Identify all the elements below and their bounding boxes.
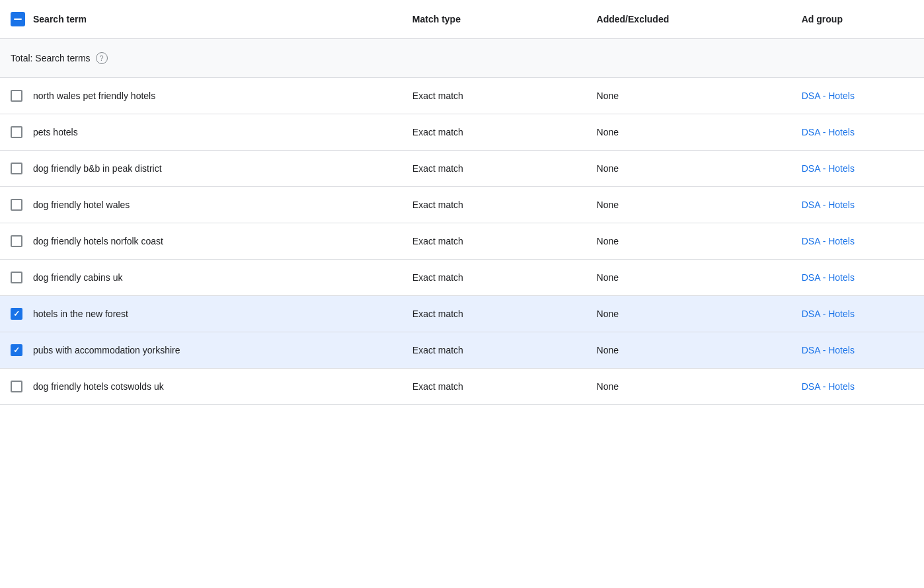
- match-type-header: Match type: [402, 0, 586, 39]
- search-term-cell: ✓hotels in the new forest: [0, 296, 402, 332]
- table-row: dog friendly hotel walesExact matchNoneD…: [0, 187, 924, 223]
- ad-group-link[interactable]: DSA - Hotels: [802, 236, 855, 246]
- search-term-cell: ✓pubs with accommodation yorkshire: [0, 332, 402, 369]
- row-checkbox[interactable]: [11, 163, 22, 174]
- table-row: dog friendly hotels norfolk coastExact m…: [0, 223, 924, 260]
- search-term-cell: north wales pet friendly hotels: [0, 78, 402, 114]
- added-excluded-label: Added/Excluded: [597, 14, 670, 24]
- table-row: ✓hotels in the new forestExact matchNone…: [0, 296, 924, 332]
- row-checkbox[interactable]: ✓: [11, 344, 22, 356]
- added-excluded-cell: None: [586, 296, 791, 332]
- ad-group-cell: DSA - Hotels: [791, 332, 924, 369]
- table-header: Search term Match type Added/Excluded Ad…: [0, 0, 924, 39]
- total-match-type: [402, 39, 586, 78]
- added-excluded-cell: None: [586, 78, 791, 114]
- total-cell: Total: Search terms ?: [0, 39, 402, 78]
- match-type-cell: Exact match: [402, 296, 586, 332]
- added-excluded-cell: None: [586, 187, 791, 223]
- ad-group-link[interactable]: DSA - Hotels: [802, 163, 855, 174]
- match-type-cell: Exact match: [402, 187, 586, 223]
- search-term-text: hotels in the new forest: [33, 309, 128, 319]
- search-term-cell: dog friendly cabins uk: [0, 260, 402, 296]
- ad-group-label: Ad group: [802, 14, 843, 24]
- ad-group-link[interactable]: DSA - Hotels: [802, 200, 855, 210]
- search-term-text: dog friendly hotels norfolk coast: [33, 236, 163, 246]
- row-checkbox[interactable]: [11, 235, 22, 247]
- added-excluded-cell: None: [586, 151, 791, 187]
- minus-icon: [14, 18, 22, 20]
- search-term-header: Search term: [0, 0, 402, 39]
- search-term-label: Search term: [33, 14, 87, 24]
- total-label-text: Total: Search terms: [11, 53, 91, 63]
- added-excluded-cell: None: [586, 223, 791, 260]
- ad-group-link[interactable]: DSA - Hotels: [802, 309, 855, 319]
- ad-group-cell: DSA - Hotels: [791, 151, 924, 187]
- search-term-text: dog friendly hotels cotswolds uk: [33, 381, 164, 392]
- match-type-label: Match type: [412, 14, 461, 24]
- ad-group-link[interactable]: DSA - Hotels: [802, 381, 855, 392]
- search-term-cell: pets hotels: [0, 114, 402, 151]
- ad-group-link[interactable]: DSA - Hotels: [802, 91, 855, 101]
- row-checkbox[interactable]: [11, 381, 22, 392]
- ad-group-cell: DSA - Hotels: [791, 296, 924, 332]
- row-checkbox[interactable]: [11, 272, 22, 283]
- match-type-cell: Exact match: [402, 151, 586, 187]
- search-term-cell: dog friendly hotels cotswolds uk: [0, 369, 402, 405]
- match-type-cell: Exact match: [402, 223, 586, 260]
- select-all-button[interactable]: [11, 12, 25, 26]
- match-type-cell: Exact match: [402, 369, 586, 405]
- added-excluded-cell: None: [586, 332, 791, 369]
- ad-group-cell: DSA - Hotels: [791, 114, 924, 151]
- match-type-cell: Exact match: [402, 78, 586, 114]
- checkmark-icon: ✓: [13, 310, 20, 318]
- match-type-cell: Exact match: [402, 114, 586, 151]
- match-type-cell: Exact match: [402, 332, 586, 369]
- row-checkbox[interactable]: [11, 90, 22, 102]
- ad-group-cell: DSA - Hotels: [791, 223, 924, 260]
- ad-group-link[interactable]: DSA - Hotels: [802, 345, 855, 355]
- added-excluded-cell: None: [586, 260, 791, 296]
- added-excluded-header: Added/Excluded: [586, 0, 791, 39]
- total-row: Total: Search terms ?: [0, 39, 924, 78]
- ad-group-cell: DSA - Hotels: [791, 369, 924, 405]
- ad-group-cell: DSA - Hotels: [791, 187, 924, 223]
- search-term-text: dog friendly b&b in peak district: [33, 163, 162, 174]
- search-term-text: dog friendly hotel wales: [33, 200, 130, 210]
- added-excluded-cell: None: [586, 114, 791, 151]
- help-icon[interactable]: ?: [96, 52, 108, 64]
- table-row: dog friendly cabins ukExact matchNoneDSA…: [0, 260, 924, 296]
- search-term-text: pets hotels: [33, 127, 78, 137]
- search-term-cell: dog friendly hotel wales: [0, 187, 402, 223]
- search-term-cell: dog friendly b&b in peak district: [0, 151, 402, 187]
- total-added-excluded: [586, 39, 791, 78]
- table-row: north wales pet friendly hotelsExact mat…: [0, 78, 924, 114]
- search-term-text: dog friendly cabins uk: [33, 272, 122, 283]
- table-row: ✓pubs with accommodation yorkshireExact …: [0, 332, 924, 369]
- total-ad-group: [791, 39, 924, 78]
- search-term-text: north wales pet friendly hotels: [33, 91, 155, 101]
- ad-group-cell: DSA - Hotels: [791, 78, 924, 114]
- match-type-cell: Exact match: [402, 260, 586, 296]
- table-row: dog friendly hotels cotswolds ukExact ma…: [0, 369, 924, 405]
- row-checkbox[interactable]: [11, 199, 22, 211]
- row-checkbox[interactable]: ✓: [11, 308, 22, 320]
- ad-group-cell: DSA - Hotels: [791, 260, 924, 296]
- added-excluded-cell: None: [586, 369, 791, 405]
- ad-group-link[interactable]: DSA - Hotels: [802, 127, 855, 137]
- checkmark-icon: ✓: [13, 346, 20, 354]
- search-term-text: pubs with accommodation yorkshire: [33, 345, 180, 355]
- row-checkbox[interactable]: [11, 126, 22, 138]
- table-row: dog friendly b&b in peak districtExact m…: [0, 151, 924, 187]
- ad-group-header: Ad group: [791, 0, 924, 39]
- table-row: pets hotelsExact matchNoneDSA - Hotels: [0, 114, 924, 151]
- ad-group-link[interactable]: DSA - Hotels: [802, 272, 855, 283]
- search-term-cell: dog friendly hotels norfolk coast: [0, 223, 402, 260]
